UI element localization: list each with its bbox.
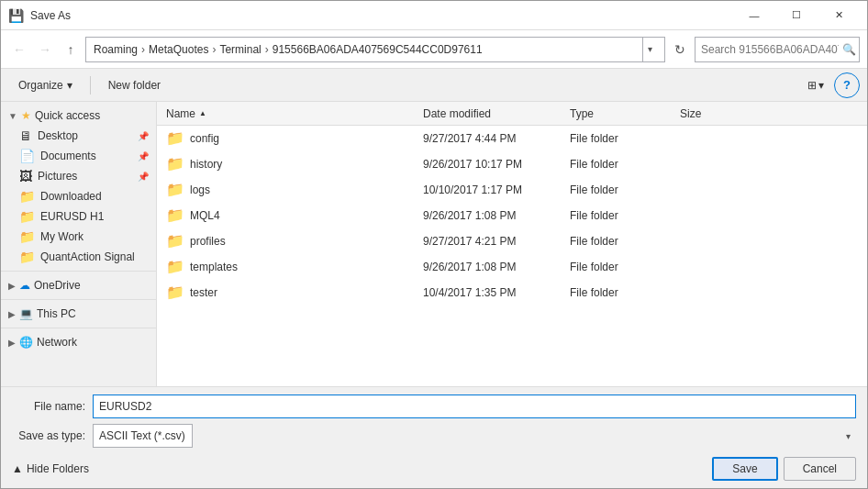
pc-icon: 💻: [19, 307, 33, 320]
folder-icon: 📁: [19, 209, 35, 224]
breadcrumb-metaquotes: MetaQuotes: [149, 43, 208, 56]
sidebar-item-eurusd-h1[interactable]: 📁 EURUSD H1: [1, 206, 156, 227]
address-area: ← → ↑ Roaming › MetaQuotes › Terminal › …: [1, 30, 867, 69]
file-date-cell: 10/4/2017 1:35 PM: [417, 286, 564, 299]
file-type-cell: File folder: [564, 209, 674, 222]
sidebar-section-this-pc[interactable]: ▶ 💻 This PC: [1, 304, 156, 324]
sidebar-divider: [1, 328, 156, 328]
folder-icon: 📄: [19, 149, 35, 163]
sidebar-item-label: Downloaded: [40, 190, 102, 203]
sidebar-item-desktop[interactable]: 🖥 Desktop 📌: [1, 126, 156, 146]
file-date-cell: 9/26/2017 10:17 PM: [417, 158, 564, 171]
address-dropdown-button[interactable]: ▾: [642, 38, 657, 61]
close-button[interactable]: ✕: [818, 1, 860, 30]
folder-icon: 📁: [166, 206, 184, 224]
new-folder-button[interactable]: New folder: [98, 72, 171, 98]
sidebar-item-my-work[interactable]: 📁 My Work: [1, 227, 156, 247]
search-box[interactable]: 🔍: [695, 37, 860, 62]
quick-access-label: Quick access: [35, 109, 100, 122]
file-name-cell: 📁 history: [161, 155, 417, 172]
organize-chevron-icon: ▾: [67, 79, 72, 92]
file-type-cell: File folder: [564, 235, 674, 248]
save-as-dialog: 💾 Save As — ☐ ✕ ← → ↑ Roaming › MetaQuot…: [0, 0, 868, 489]
hide-folders-button[interactable]: ▲ Hide Folders: [12, 462, 89, 475]
savetype-label: Save as type:: [12, 429, 85, 442]
back-button[interactable]: ←: [8, 39, 30, 61]
folder-icon: 📁: [166, 232, 184, 250]
sidebar-item-label: Pictures: [38, 170, 77, 183]
forward-button[interactable]: →: [34, 39, 56, 61]
minimize-button[interactable]: —: [733, 1, 775, 30]
column-header-size[interactable]: Size: [674, 102, 748, 126]
file-name: logs: [190, 183, 210, 196]
table-row[interactable]: 📁 config 9/27/2017 4:44 PM File folder: [157, 126, 867, 151]
sidebar-item-pictures[interactable]: 🖼 Pictures 📌: [1, 166, 156, 186]
column-header-name[interactable]: Name ▲: [161, 102, 417, 126]
up-button[interactable]: ↑: [60, 39, 82, 61]
refresh-button[interactable]: ↻: [669, 39, 691, 61]
file-name-cell: 📁 tester: [161, 283, 417, 301]
folder-icon: 📁: [19, 189, 35, 204]
file-date-cell: 9/26/2017 1:08 PM: [417, 209, 564, 222]
table-row[interactable]: 📁 profiles 9/27/2017 4:21 PM File folder: [157, 228, 867, 254]
sidebar-item-downloaded[interactable]: 📁 Downloaded: [1, 186, 156, 206]
folder-icon: 🖥: [19, 128, 32, 143]
savetype-row: Save as type: ASCII Text (*.csv) ▾: [12, 424, 856, 448]
sidebar-item-quantaction-signal[interactable]: 📁 QuantAction Signal: [1, 247, 156, 267]
table-row[interactable]: 📁 history 9/26/2017 10:17 PM File folder: [157, 151, 867, 177]
table-row[interactable]: 📁 MQL4 9/26/2017 1:08 PM File folder: [157, 203, 867, 228]
sidebar-section-network[interactable]: ▶ 🌐 Network: [1, 332, 156, 352]
quick-access-icon: ★: [21, 109, 31, 122]
file-rows-container: 📁 config 9/27/2017 4:44 PM File folder 📁…: [157, 126, 867, 306]
view-button[interactable]: ⊞ ▾: [801, 72, 830, 98]
file-type-cell: File folder: [564, 132, 674, 145]
column-name-label: Name: [166, 107, 195, 120]
chevron-right-icon: ▶: [8, 281, 16, 291]
sidebar-divider: [1, 299, 156, 300]
filename-row: File name:: [12, 395, 856, 418]
view-chevron-icon: ▾: [818, 79, 824, 92]
file-date-cell: 9/27/2017 4:21 PM: [417, 235, 564, 248]
search-input[interactable]: [701, 43, 839, 56]
maximize-button[interactable]: ☐: [775, 1, 818, 30]
sidebar-item-label: Documents: [40, 150, 96, 162]
table-row[interactable]: 📁 logs 10/10/2017 1:17 PM File folder: [157, 177, 867, 203]
column-header-type[interactable]: Type: [564, 102, 674, 126]
file-type-cell: File folder: [564, 261, 674, 273]
help-button[interactable]: ?: [834, 72, 860, 98]
cloud-icon: ☁: [19, 279, 30, 292]
file-type-cell: File folder: [564, 183, 674, 196]
filename-label: File name:: [12, 400, 85, 413]
sidebar-divider: [1, 271, 156, 272]
file-name-cell: 📁 templates: [161, 258, 417, 275]
sidebar-section-onedrive[interactable]: ▶ ☁ OneDrive: [1, 275, 156, 295]
save-button[interactable]: Save: [712, 457, 777, 481]
folder-icon: 📁: [166, 181, 184, 198]
organize-label: Organize: [18, 79, 63, 92]
buttons-row: ▲ Hide Folders Save Cancel: [12, 453, 856, 481]
cancel-button[interactable]: Cancel: [784, 457, 856, 481]
file-name: history: [190, 158, 222, 171]
address-bar[interactable]: Roaming › MetaQuotes › Terminal › 915566…: [85, 37, 665, 62]
table-row[interactable]: 📁 templates 9/26/2017 1:08 PM File folde…: [157, 254, 867, 280]
file-name-cell: 📁 MQL4: [161, 206, 417, 224]
sidebar-item-documents[interactable]: 📄 Documents 📌: [1, 146, 156, 166]
filename-input[interactable]: [93, 395, 856, 418]
file-name: templates: [190, 261, 238, 273]
organize-button[interactable]: Organize ▾: [8, 72, 83, 98]
breadcrumb-id: 915566BA06ADA407569C544CC0D97611: [273, 43, 483, 56]
sidebar-item-label: Desktop: [38, 129, 78, 142]
table-row[interactable]: 📁 tester 10/4/2017 1:35 PM File folder: [157, 280, 867, 306]
main-content: ▼ ★ Quick access 🖥 Desktop 📌 📄 Documents…: [1, 102, 867, 386]
column-header-date[interactable]: Date modified: [417, 102, 564, 126]
sidebar-section-quick-access[interactable]: ▼ ★ Quick access: [1, 106, 156, 126]
file-date-cell: 9/27/2017 4:44 PM: [417, 132, 564, 145]
file-name: config: [190, 132, 219, 145]
title-bar: 💾 Save As — ☐ ✕: [1, 1, 867, 30]
pin-icon: 📌: [138, 131, 149, 141]
file-name-cell: 📁 logs: [161, 181, 417, 198]
hide-folders-label: Hide Folders: [27, 462, 89, 475]
filetype-select[interactable]: ASCII Text (*.csv): [93, 424, 193, 448]
folder-icon: 📁: [19, 250, 35, 264]
sort-arrow-icon: ▲: [199, 109, 206, 117]
